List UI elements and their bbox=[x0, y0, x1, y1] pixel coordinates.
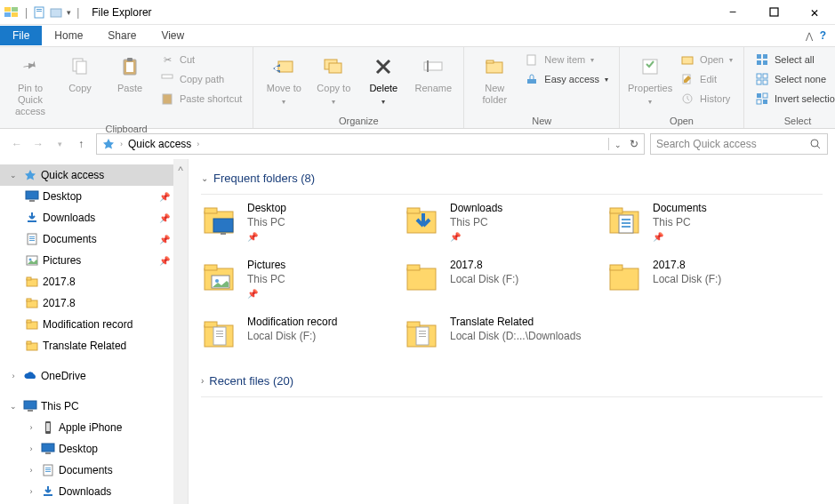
pin-icon: 📌 bbox=[159, 213, 170, 223]
open-button[interactable]: Open ▾ bbox=[677, 51, 736, 68]
group-open: Properties▾ Open ▾ Edit History Open bbox=[620, 47, 744, 128]
tree-this-pc[interactable]: ⌄ This PC bbox=[0, 396, 188, 417]
sidebar-item[interactable]: Documents📌 bbox=[0, 228, 188, 250]
svg-rect-71 bbox=[205, 208, 217, 213]
sidebar-item[interactable]: Desktop📌 bbox=[0, 186, 188, 207]
sidebar-item[interactable]: ›Apple iPhone bbox=[0, 417, 188, 438]
label: History bbox=[700, 93, 730, 104]
expand-icon[interactable]: › bbox=[25, 466, 37, 475]
svg-rect-93 bbox=[216, 331, 223, 332]
sidebar-item[interactable]: 2017.8 bbox=[0, 292, 188, 314]
invert-selection-button[interactable]: Invert selection bbox=[751, 90, 835, 108]
svg-rect-60 bbox=[28, 410, 33, 412]
folder-tile[interactable]: 2017.8 Local Disk (F:) bbox=[404, 255, 606, 303]
folder-tile[interactable]: Modification record Local Disk (F:) bbox=[201, 312, 404, 356]
svg-rect-32 bbox=[763, 60, 767, 65]
tab-share[interactable]: Share bbox=[95, 26, 149, 45]
paste-button[interactable]: Paste bbox=[107, 51, 153, 98]
desktop-icon bbox=[25, 189, 39, 204]
label: Downloads bbox=[43, 212, 95, 224]
divider: | bbox=[25, 6, 28, 19]
svg-rect-34 bbox=[763, 74, 767, 78]
folder-icon bbox=[25, 275, 39, 289]
nav-recent-dropdown[interactable]: ▾ bbox=[50, 134, 69, 154]
label: Quick access bbox=[41, 169, 104, 181]
qat-newfolder-icon[interactable] bbox=[49, 5, 63, 20]
sidebar-item[interactable]: Modification record bbox=[0, 314, 188, 335]
edit-button[interactable]: Edit bbox=[677, 70, 736, 88]
new-item-button[interactable]: New item ▾ bbox=[521, 51, 612, 68]
select-all-icon bbox=[755, 52, 769, 67]
sidebar-item[interactable]: ›Desktop bbox=[0, 438, 188, 460]
refresh-button[interactable]: ↻ bbox=[630, 138, 638, 150]
chevron-right-icon[interactable]: › bbox=[197, 140, 199, 148]
expand-icon[interactable]: › bbox=[25, 444, 37, 453]
folder-icon bbox=[606, 202, 644, 239]
sidebar-item[interactable]: ›Documents bbox=[0, 460, 188, 481]
sidebar-item[interactable]: ›Downloads bbox=[0, 481, 188, 502]
label: New item bbox=[544, 54, 585, 65]
expand-icon[interactable]: › bbox=[25, 423, 37, 432]
tree-onedrive[interactable]: › OneDrive bbox=[0, 365, 188, 387]
section-recent-files[interactable]: › Recent files (20) bbox=[201, 374, 823, 388]
scrollbar[interactable]: ^ bbox=[173, 159, 188, 504]
minimize-button[interactable]: ─ bbox=[712, 0, 753, 25]
sidebar-item[interactable]: Pictures📌 bbox=[0, 250, 188, 271]
chevron-right-icon[interactable]: › bbox=[120, 140, 123, 148]
expand-icon[interactable]: › bbox=[25, 487, 37, 496]
svg-rect-23 bbox=[527, 55, 535, 65]
folder-tile[interactable]: Downloads This PC 📌 bbox=[404, 198, 606, 246]
tab-file[interactable]: File bbox=[0, 26, 42, 45]
copy-path-button[interactable]: Copy path bbox=[157, 70, 245, 88]
properties-button[interactable]: Properties▾ bbox=[627, 51, 673, 110]
help-icon[interactable]: ? bbox=[820, 29, 826, 42]
folder-tile[interactable]: Desktop This PC 📌 bbox=[201, 198, 404, 246]
sidebar-item[interactable]: Downloads📌 bbox=[0, 207, 188, 228]
ribbon-collapse-icon[interactable]: ⋀ bbox=[806, 31, 813, 41]
move-to-button[interactable]: Move to▾ bbox=[261, 51, 307, 110]
maximize-button[interactable] bbox=[753, 0, 794, 25]
qat-properties-icon[interactable] bbox=[33, 5, 47, 20]
new-folder-button[interactable]: New folder bbox=[471, 51, 518, 109]
folder-tile[interactable]: Pictures This PC 📌 bbox=[201, 255, 404, 303]
breadcrumb-root[interactable]: Quick access bbox=[128, 138, 191, 150]
svg-rect-7 bbox=[51, 9, 61, 17]
delete-button[interactable]: Delete▾ bbox=[360, 51, 406, 110]
nav-forward-button[interactable]: → bbox=[28, 134, 48, 154]
expand-icon[interactable]: ⌄ bbox=[7, 402, 20, 411]
folder-tile[interactable]: Documents This PC 📌 bbox=[606, 198, 809, 246]
expand-icon[interactable]: › bbox=[7, 372, 20, 380]
label: Select none bbox=[775, 74, 826, 84]
search-input[interactable]: Search Quick access bbox=[650, 133, 828, 155]
tab-view[interactable]: View bbox=[149, 26, 197, 45]
address-dropdown-icon[interactable]: ⌄ bbox=[614, 140, 622, 149]
history-button[interactable]: History bbox=[677, 90, 736, 108]
label: Invert selection bbox=[775, 93, 835, 104]
copy-to-button[interactable]: Copy to▾ bbox=[310, 51, 357, 110]
nav-back-button[interactable]: ← bbox=[7, 134, 27, 154]
tab-home[interactable]: Home bbox=[42, 26, 95, 45]
svg-rect-73 bbox=[221, 233, 226, 235]
select-all-button[interactable]: Select all bbox=[751, 51, 835, 68]
label: Properties bbox=[628, 83, 672, 94]
folder-tile[interactable]: Translate Related Local Disk (D:...\Down… bbox=[404, 312, 606, 356]
expand-icon[interactable]: ⌄ bbox=[7, 171, 20, 180]
nav-up-button[interactable]: ↑ bbox=[71, 134, 91, 154]
search-placeholder: Search Quick access bbox=[656, 138, 809, 150]
svg-rect-94 bbox=[216, 333, 223, 334]
easy-access-button[interactable]: Easy access ▾ bbox=[521, 70, 612, 88]
cut-button[interactable]: ✂Cut bbox=[157, 51, 245, 68]
rename-button[interactable]: Rename bbox=[410, 51, 456, 98]
close-button[interactable]: ✕ bbox=[794, 0, 835, 25]
select-none-button[interactable]: Select none bbox=[751, 70, 835, 88]
copy-button[interactable]: Copy bbox=[57, 51, 103, 98]
sidebar-item[interactable]: 2017.8 bbox=[0, 271, 188, 292]
tree-quick-access[interactable]: ⌄ Quick access bbox=[0, 164, 188, 186]
qat-dropdown-icon[interactable]: ▾ bbox=[67, 8, 71, 17]
sidebar-item[interactable]: Translate Related bbox=[0, 335, 188, 356]
section-frequent-folders[interactable]: ⌄ Frequent folders (8) bbox=[201, 172, 823, 185]
folder-tile[interactable]: 2017.8 Local Disk (F:) bbox=[606, 255, 809, 303]
address-bar[interactable]: › Quick access › ⌄ ↻ bbox=[96, 133, 645, 155]
pin-to-quick-access-button[interactable]: Pin to Quick access bbox=[7, 51, 53, 122]
paste-shortcut-button[interactable]: Paste shortcut bbox=[157, 90, 245, 108]
